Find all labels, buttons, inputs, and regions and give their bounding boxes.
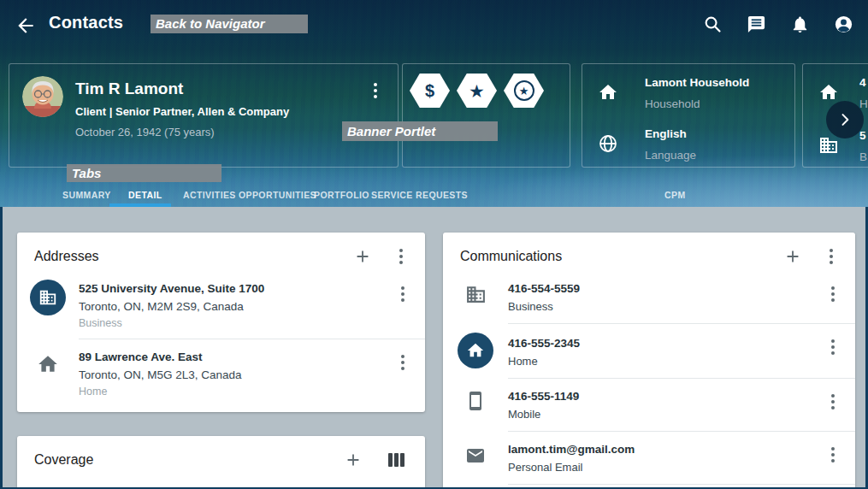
avatar bbox=[22, 76, 63, 117]
address-line1: 89 Lawrence Ave. East bbox=[79, 348, 399, 366]
comm-label: Business bbox=[508, 298, 830, 316]
comm-value: lamont.tim@gmail.com bbox=[508, 440, 830, 458]
comm-value: 416-555-1149 bbox=[508, 387, 830, 405]
home-icon bbox=[818, 82, 839, 103]
profile-banner-card: Tim R Lamont Client | Senior Partner, Al… bbox=[9, 63, 399, 168]
tab-portfolio[interactable]: PORTFOLIO bbox=[314, 190, 369, 200]
contact-subtitle: Client | Senior Partner, Allen & Company bbox=[75, 105, 289, 118]
building-icon bbox=[818, 135, 839, 156]
notifications-bell-icon[interactable] bbox=[790, 15, 810, 34]
annotation-back-to-navigator: Back to Navigator bbox=[151, 15, 308, 33]
peek-label: H bbox=[859, 97, 868, 110]
page-title: Contacts bbox=[49, 13, 123, 32]
comm-row-menu-icon[interactable] bbox=[830, 338, 836, 356]
communications-overflow-menu-icon[interactable] bbox=[828, 247, 835, 266]
peek-value: 4 bbox=[859, 76, 866, 89]
contacts-screen: Contacts bbox=[0, 0, 868, 489]
comm-label: Mobile bbox=[508, 405, 830, 424]
banner-overflow-menu-icon[interactable] bbox=[372, 81, 379, 100]
globe-icon bbox=[598, 133, 618, 154]
chat-icon[interactable] bbox=[747, 15, 766, 34]
comm-value: 416-555-2345 bbox=[508, 334, 830, 352]
search-icon[interactable] bbox=[703, 15, 723, 34]
household-attribute[interactable]: Lamont Household Household bbox=[582, 75, 794, 123]
back-arrow-icon[interactable] bbox=[15, 15, 37, 37]
address-row-business[interactable]: 525 University Avenue, Suite 1700 Toront… bbox=[17, 271, 425, 339]
peek-label: B bbox=[859, 150, 867, 163]
communications-card: Communications 416-554-5559 Business bbox=[443, 233, 855, 487]
contact-birthdate: October 26, 1942 (75 years) bbox=[75, 126, 215, 138]
home-icon bbox=[598, 82, 618, 103]
household-label: Household bbox=[645, 97, 700, 110]
account-icon[interactable] bbox=[834, 15, 853, 34]
comm-label: Personal Email bbox=[508, 458, 830, 477]
coverage-card: Coverage bbox=[17, 436, 425, 487]
tab-detail[interactable]: DETAIL bbox=[128, 190, 162, 200]
badge-row: $ ★ ★ bbox=[410, 74, 544, 108]
smartphone-icon bbox=[465, 391, 486, 415]
carousel-next-button[interactable] bbox=[826, 101, 864, 138]
add-communication-icon[interactable] bbox=[783, 247, 802, 266]
communications-title: Communications bbox=[460, 249, 783, 264]
language-value: English bbox=[645, 127, 687, 140]
comm-row-menu-icon[interactable] bbox=[830, 445, 836, 464]
view-columns-icon[interactable] bbox=[388, 453, 404, 467]
annotation-banner-portlet: Banner Portlet bbox=[342, 121, 498, 141]
language-attribute[interactable]: English Language bbox=[582, 127, 794, 174]
home-icon bbox=[458, 333, 493, 368]
building-icon bbox=[30, 280, 66, 315]
address-line2: Toronto, ON, M2M 2S9, Canada bbox=[79, 298, 399, 315]
comm-row-menu-icon[interactable] bbox=[830, 285, 836, 303]
coverage-header: Coverage bbox=[17, 436, 425, 474]
comm-row-home[interactable]: 416-555-2345 Home bbox=[443, 324, 855, 378]
addresses-card: Addresses 525 University Avenue, Suite 1… bbox=[17, 233, 425, 412]
tab-cpm[interactable]: CPM bbox=[664, 190, 686, 200]
comm-row-business[interactable]: 416-554-5559 Business bbox=[443, 271, 855, 323]
address-type: Home bbox=[79, 384, 399, 400]
addresses-overflow-menu-icon[interactable] bbox=[398, 247, 404, 266]
attributes-card: Lamont Household Household English Langu… bbox=[582, 63, 795, 168]
address-type: Business bbox=[79, 315, 399, 332]
household-value: Lamont Household bbox=[645, 76, 749, 89]
address-row-menu-icon[interactable] bbox=[399, 353, 406, 372]
add-coverage-icon[interactable] bbox=[344, 451, 363, 469]
address-row-menu-icon[interactable] bbox=[399, 285, 406, 303]
comm-label: Home bbox=[508, 352, 830, 371]
coverage-title: Coverage bbox=[34, 452, 344, 468]
top-app-bar: Contacts bbox=[0, 0, 868, 50]
content-area: Addresses 525 University Avenue, Suite 1… bbox=[3, 207, 865, 487]
tab-summary[interactable]: SUMMARY bbox=[62, 190, 111, 200]
email-icon bbox=[465, 445, 486, 469]
home-icon bbox=[37, 353, 59, 379]
comm-row-mobile[interactable]: 416-555-1149 Mobile bbox=[443, 379, 855, 431]
address-line1: 525 University Avenue, Suite 1700 bbox=[79, 280, 399, 298]
address-row-home[interactable]: 89 Lawrence Ave. East Toronto, ON, M5G 2… bbox=[17, 339, 425, 407]
divider bbox=[508, 484, 855, 485]
badges-card: $ ★ ★ bbox=[402, 63, 570, 168]
tab-service-requests[interactable]: SERVICE REQUESTS bbox=[371, 190, 468, 200]
communications-header: Communications bbox=[443, 233, 855, 271]
peek-value: 5 bbox=[859, 129, 866, 142]
annotation-tabs: Tabs bbox=[67, 164, 221, 182]
tab-activities[interactable]: ACTIVITIES bbox=[183, 190, 236, 200]
addresses-header: Addresses bbox=[17, 233, 425, 271]
address-line2: Toronto, ON, M5G 2L3, Canada bbox=[79, 366, 399, 384]
topbar-actions bbox=[703, 15, 853, 34]
language-label: Language bbox=[645, 149, 696, 162]
star-badge-icon[interactable]: ★ bbox=[457, 74, 497, 108]
tab-opportunities[interactable]: OPPORTUNITIES bbox=[239, 190, 316, 200]
star-in-circle-badge-icon[interactable]: ★ bbox=[504, 74, 544, 108]
building-icon bbox=[465, 284, 487, 309]
banner-header: Contacts bbox=[0, 0, 868, 207]
add-address-icon[interactable] bbox=[353, 247, 372, 266]
addresses-title: Addresses bbox=[34, 249, 353, 264]
comm-row-menu-icon[interactable] bbox=[830, 392, 836, 411]
contact-name: Tim R Lamont bbox=[75, 80, 183, 98]
comm-row-email[interactable]: lamont.tim@gmail.com Personal Email bbox=[443, 432, 855, 484]
dollar-badge-icon[interactable]: $ bbox=[410, 74, 450, 108]
comm-value: 416-554-5559 bbox=[508, 280, 830, 298]
